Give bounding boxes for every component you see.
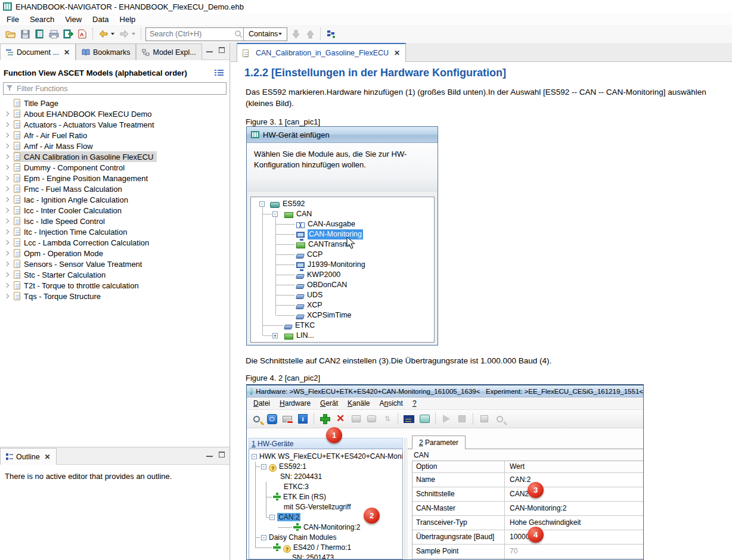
nav-tree-item[interactable]: Opm - Operation Mode xyxy=(0,248,229,259)
nav-tree-item[interactable]: CAN Calibration in Gasoline FlexECU xyxy=(0,151,229,162)
menu-file[interactable]: File xyxy=(1,14,24,25)
nav-tree-item[interactable]: Isc - Idle Speed Control xyxy=(0,216,229,226)
hw-tree-item: ETK Ein (RS) xyxy=(249,492,402,502)
nav-tree-item[interactable]: Tqs - Torque Structure xyxy=(0,291,229,301)
menu-data[interactable]: Data xyxy=(87,14,114,25)
close-tab-icon[interactable]: ✕ xyxy=(45,453,51,461)
nav-tree-item[interactable]: Epm - Engine Position Management xyxy=(0,173,229,183)
column-header: Option xyxy=(412,461,505,472)
nav-tree-item[interactable]: Dummy - Component Control xyxy=(0,162,229,173)
tab-model-explorer[interactable]: Model Expl... xyxy=(136,43,201,60)
document-icon xyxy=(14,163,20,172)
option-cell: Name xyxy=(412,473,505,487)
expand-chevron-icon[interactable] xyxy=(4,294,9,298)
menu-search[interactable]: Search xyxy=(24,14,60,25)
expand-chevron-icon[interactable] xyxy=(4,176,9,181)
tab-document-view[interactable]: Document ... ✕ xyxy=(0,43,76,60)
maximize-panel-icon[interactable] xyxy=(219,47,225,53)
nav-tree-item-label: Stc - Starter Calculation xyxy=(24,270,106,279)
back-dropdown-caret[interactable] xyxy=(111,33,114,35)
nav-tree-item[interactable]: Title Page xyxy=(0,98,229,108)
expand-chevron-icon[interactable] xyxy=(4,262,9,266)
collapse-box-icon: - xyxy=(272,211,278,217)
expand-chevron-icon[interactable] xyxy=(4,133,9,138)
tab-bookmarks[interactable]: Bookmarks xyxy=(76,43,137,60)
expand-chevron-icon[interactable] xyxy=(4,165,9,170)
hw-tree-item-label: Daisy Chain Modules xyxy=(269,533,336,542)
document-icon xyxy=(14,174,20,182)
expand-chevron-icon[interactable] xyxy=(4,219,9,223)
menu-view[interactable]: View xyxy=(60,14,87,25)
close-tab-icon[interactable]: ✕ xyxy=(394,49,400,57)
hw-window-body: 1 HW-Geräte -HWK WS_FlexECU+ETK+ES420+CA… xyxy=(247,430,643,559)
callout-1: 1 xyxy=(326,427,342,443)
nav-tree-item[interactable]: Iac - Ignition Angle Calculation xyxy=(0,194,229,205)
expand-chevron-icon[interactable] xyxy=(4,272,9,277)
tab-outline[interactable]: Outline ✕ xyxy=(0,448,57,465)
green-plus-icon xyxy=(273,543,281,551)
nav-tree-item[interactable]: Amf - Air Mass Flow xyxy=(0,141,229,151)
nav-tree-item-label: About EHANDBOOK FlexECU Demo xyxy=(24,110,152,119)
nav-tree-item[interactable]: Afr - Air Fuel Ratio xyxy=(0,130,229,141)
nav-tree-item-label: Epm - Engine Position Management xyxy=(24,174,148,183)
hw-toolbar-separator xyxy=(473,413,473,425)
nav-tree-item[interactable]: Actuators - Actuators Value Treatment xyxy=(0,119,229,130)
dialog-tree-item: +LIN... xyxy=(251,331,434,341)
open-icon[interactable] xyxy=(4,27,18,41)
tab-can-calibration-document[interactable]: CAN_Calibration_in_Gasoline_FlexECU ✕ xyxy=(237,43,406,62)
dialog-icon xyxy=(251,131,259,138)
toolbar-separator xyxy=(141,28,141,40)
hw-add-icon xyxy=(319,413,331,425)
nav-tree-item[interactable]: Sensors - Sensor Value Treatment xyxy=(0,259,229,269)
menu-help[interactable]: Help xyxy=(114,14,141,25)
expand-chevron-icon[interactable] xyxy=(4,122,9,127)
minimize-panel-icon[interactable] xyxy=(206,452,213,457)
forward-icon[interactable] xyxy=(117,27,131,41)
pdf-icon[interactable]: A xyxy=(75,27,89,41)
expand-chevron-icon[interactable] xyxy=(4,144,9,148)
forward-dropdown-caret[interactable] xyxy=(132,33,135,35)
close-tab-icon[interactable]: ✕ xyxy=(64,48,70,57)
next-match-icon[interactable] xyxy=(289,27,303,41)
search-input[interactable] xyxy=(146,29,234,39)
filter-functions-input[interactable]: Filter Functions xyxy=(3,82,227,95)
ebook-icon[interactable] xyxy=(32,27,46,41)
back-icon[interactable] xyxy=(96,27,110,41)
expand-chevron-icon[interactable] xyxy=(4,111,9,116)
print-icon[interactable] xyxy=(46,27,61,41)
contains-dropdown[interactable]: Contains xyxy=(243,28,287,41)
hw-tree-item: -?ES592:1SN: 2204431 xyxy=(249,462,402,482)
save-icon[interactable] xyxy=(18,27,32,41)
expand-chevron-icon[interactable] xyxy=(4,186,9,191)
expand-chevron-icon[interactable] xyxy=(4,240,9,245)
option-cell: CAN-Master xyxy=(412,502,505,515)
dialog-tree-item: OBDonCAN xyxy=(251,280,434,290)
nav-tree-item[interactable]: Icc - Inter Cooler Calculation xyxy=(0,205,229,216)
expand-chevron-icon[interactable] xyxy=(4,229,9,234)
hw-id-icon xyxy=(365,413,377,425)
hw-window-title-bar: Hardware: >WS_FlexECU+ETK+ES420+CAN-Moni… xyxy=(247,385,643,397)
expand-chevron-icon[interactable] xyxy=(4,251,9,256)
previous-match-icon[interactable] xyxy=(303,27,317,41)
expand-chevron-icon[interactable] xyxy=(4,197,9,202)
export-book-icon[interactable] xyxy=(61,27,75,41)
expand-chevron-icon[interactable] xyxy=(4,283,9,288)
wert-cell: 1000000 xyxy=(505,530,644,544)
hw-menu-ansicht: Ansicht xyxy=(374,398,407,409)
expand-chevron-icon[interactable] xyxy=(4,208,9,213)
minimize-panel-icon[interactable] xyxy=(206,48,213,52)
nav-tree-item[interactable]: T2t - Torque to throttle calculation xyxy=(0,280,229,291)
nav-tree-item[interactable]: Fmc - Fuel Mass Calculation xyxy=(0,183,229,194)
maximize-panel-icon[interactable] xyxy=(219,452,225,458)
expand-chevron-icon[interactable] xyxy=(4,154,9,159)
nav-tree-item[interactable]: Lcc - Lambda Correction Calculation xyxy=(0,237,229,248)
title-bar: EHANDBOOK-NAVIGATOR - EHANDBOOK_FlexECU_… xyxy=(0,0,732,13)
nav-tree-item[interactable]: Itc - Injection Time Calculation xyxy=(0,226,229,237)
document-icon xyxy=(14,238,20,247)
nav-tree-item[interactable]: About EHANDBOOK FlexECU Demo xyxy=(0,108,229,119)
nav-tree-item[interactable]: Stc - Starter Calculation xyxy=(0,269,229,280)
callout-3: 3 xyxy=(528,482,544,498)
view-menu-icon[interactable] xyxy=(215,69,224,77)
card-icon xyxy=(296,242,305,248)
insert-model-icon[interactable] xyxy=(324,27,338,41)
